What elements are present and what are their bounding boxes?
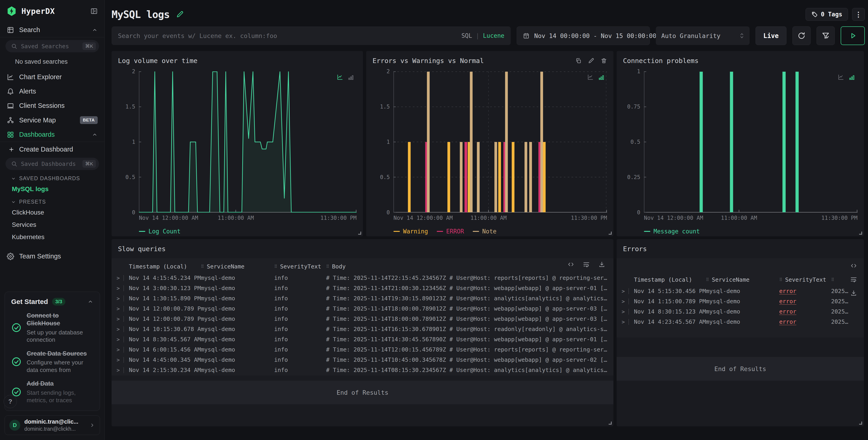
table-row[interactable]: >Nov 14 4:45:00.345 AMmysql-demoinfo# Ti… bbox=[112, 355, 613, 365]
live-button[interactable]: Live bbox=[755, 26, 786, 45]
chevron-up-icon[interactable] bbox=[87, 299, 93, 305]
sidebar-item-alerts[interactable]: Alerts bbox=[0, 84, 104, 99]
legend-item[interactable]: Warning bbox=[394, 228, 428, 235]
wrap-lines-icon[interactable] bbox=[583, 261, 590, 268]
saved-dashboards-input[interactable]: ⌘K bbox=[5, 158, 99, 170]
legend-item[interactable]: Note bbox=[473, 228, 497, 235]
table-row[interactable]: >Nov 14 12:00:00.789 PMmysql-demoinfo# T… bbox=[112, 314, 613, 324]
edit-title-icon[interactable] bbox=[176, 10, 184, 18]
expand-row-icon[interactable]: > bbox=[117, 347, 120, 352]
expand-row-icon[interactable]: > bbox=[117, 326, 120, 332]
duplicate-panel-icon[interactable] bbox=[575, 58, 582, 64]
filter-button[interactable] bbox=[816, 26, 835, 45]
sidebar-item-dashboards[interactable]: Dashboards bbox=[0, 127, 104, 142]
help-button[interactable]: ? bbox=[4, 395, 17, 408]
table-row[interactable]: >Nov 14 1:30:15.890 PMmysql-demoinfo# Ti… bbox=[112, 293, 613, 304]
preset-item-services[interactable]: Services bbox=[0, 218, 104, 231]
column-drag-handle-icon[interactable]: ⠿ bbox=[201, 264, 204, 269]
saved-searches-field[interactable] bbox=[21, 43, 79, 49]
edit-panel-icon[interactable] bbox=[588, 58, 594, 64]
table-row[interactable]: >Nov 14 2:15:30.234 AMmysql-demoinfo# Ti… bbox=[112, 365, 613, 375]
column-header[interactable]: Timestamp (Local) bbox=[129, 263, 201, 270]
run-query-button[interactable] bbox=[841, 26, 865, 45]
legend-item[interactable]: Message count bbox=[644, 228, 700, 235]
column-header[interactable]: ⠿ServiceName bbox=[706, 276, 779, 283]
bar-view-toggle[interactable] bbox=[849, 75, 855, 80]
refresh-button[interactable] bbox=[793, 26, 811, 45]
column-drag-handle-icon[interactable]: ⠿ bbox=[706, 277, 709, 282]
expand-row-icon[interactable]: > bbox=[117, 275, 120, 281]
expand-row-icon[interactable]: > bbox=[117, 357, 120, 363]
sidebar-item-search[interactable]: Search bbox=[0, 23, 104, 37]
delete-panel-icon[interactable] bbox=[601, 58, 607, 64]
sidebar-item-client-sessions[interactable]: Client Sessions bbox=[0, 99, 104, 113]
legend-item[interactable]: ERROR bbox=[437, 228, 464, 235]
expand-row-icon[interactable]: > bbox=[117, 337, 120, 342]
column-header[interactable]: Timestamp (Local) bbox=[634, 276, 706, 283]
expand-row-icon[interactable]: > bbox=[622, 299, 625, 304]
column-drag-handle-icon[interactable]: ⠿ bbox=[326, 264, 329, 269]
tags-button[interactable]: 0 Tags bbox=[806, 8, 848, 21]
resize-handle[interactable] bbox=[609, 232, 612, 235]
saved-dashboards-group[interactable]: SAVED DASHBOARDS bbox=[0, 172, 104, 183]
chevron-up-icon[interactable] bbox=[92, 132, 98, 138]
sql-toggle[interactable]: SQL bbox=[461, 32, 472, 39]
expand-row-icon[interactable]: > bbox=[622, 309, 625, 315]
table-row[interactable]: >Nov 14 1:15:00.789 PMmysql-demoerror202… bbox=[617, 296, 864, 306]
expand-row-icon[interactable]: > bbox=[622, 288, 625, 294]
expand-row-icon[interactable]: > bbox=[117, 367, 120, 373]
table-row[interactable]: >Nov 14 4:23:45.567 AMmysql-demoerror202… bbox=[617, 317, 864, 327]
get-started-step-sources[interactable]: Create Data Sources Configure where your… bbox=[11, 350, 93, 374]
event-search-box[interactable]: SQL | Lucene bbox=[112, 26, 511, 45]
user-menu[interactable]: D dominic.tran@clic... dominic.tran@clic… bbox=[5, 415, 100, 435]
column-drag-handle-icon[interactable]: ⠿ bbox=[831, 277, 834, 282]
view-source-icon[interactable] bbox=[567, 261, 574, 268]
column-drag-handle-icon[interactable]: ⠿ bbox=[274, 264, 277, 269]
bar-view-toggle[interactable] bbox=[348, 75, 354, 80]
plot-area[interactable] bbox=[139, 71, 356, 212]
column-header[interactable]: ⠿ bbox=[831, 277, 864, 282]
column-drag-handle-icon[interactable]: ⠿ bbox=[779, 277, 782, 282]
sidebar-item-service-map[interactable]: Service Map BETA bbox=[0, 113, 104, 127]
saved-dashboards-field[interactable] bbox=[21, 161, 79, 167]
table-row[interactable]: >Nov 14 5:15:30.456 PMmysql-demoerror202… bbox=[617, 286, 864, 296]
resize-handle[interactable] bbox=[609, 421, 612, 425]
column-header[interactable]: ⠿SeverityText bbox=[779, 276, 831, 283]
granularity-select[interactable]: Auto Granularity bbox=[656, 26, 750, 45]
table-row[interactable]: >Nov 14 4:15:45.234 PMmysql-demoinfo# Ti… bbox=[112, 273, 613, 283]
expand-row-icon[interactable]: > bbox=[117, 316, 120, 322]
table-row[interactable]: >Nov 14 10:15:30.678 AMmysql-demoinfo# T… bbox=[112, 324, 613, 334]
table-row[interactable]: >Nov 14 3:00:30.123 PMmysql-demoinfo# Ti… bbox=[112, 283, 613, 293]
column-header[interactable]: ⠿SeverityText bbox=[274, 263, 326, 270]
date-range-picker[interactable]: Nov 14 00:00:00 - Nov 15 00:00:00 bbox=[517, 26, 650, 45]
create-dashboard-button[interactable]: Create Dashboard bbox=[0, 142, 104, 155]
bar-view-toggle[interactable] bbox=[598, 75, 604, 80]
line-view-toggle[interactable] bbox=[837, 74, 844, 80]
expand-row-icon[interactable]: > bbox=[117, 306, 120, 312]
expand-row-icon[interactable]: > bbox=[117, 285, 120, 291]
get-started-step-connect[interactable]: Connect to ClickHouse Set up your databa… bbox=[11, 312, 93, 343]
chevron-up-icon[interactable] bbox=[92, 27, 98, 33]
line-view-toggle[interactable] bbox=[587, 74, 594, 80]
expand-row-icon[interactable]: > bbox=[117, 296, 120, 301]
legend-item[interactable]: Log Count bbox=[139, 228, 181, 235]
dashboard-item-mysql-logs[interactable]: MySQL logs bbox=[0, 183, 104, 195]
sidebar-collapse-icon[interactable] bbox=[90, 7, 98, 15]
get-started-step-add-data[interactable]: Add Data Start sending logs, metrics, or… bbox=[11, 380, 93, 404]
table-row[interactable]: >Nov 14 12:00:00.789 PMmysql-demoinfo# T… bbox=[112, 304, 613, 314]
preset-item-clickhouse[interactable]: ClickHouse bbox=[0, 206, 104, 218]
line-view-toggle[interactable] bbox=[337, 74, 343, 80]
presets-group[interactable]: PRESETS bbox=[0, 195, 104, 206]
plot-area[interactable] bbox=[394, 71, 607, 212]
resize-handle[interactable] bbox=[859, 421, 862, 425]
download-icon[interactable] bbox=[850, 290, 857, 297]
expand-row-icon[interactable]: > bbox=[622, 319, 625, 325]
event-search-input[interactable] bbox=[118, 32, 461, 39]
table-row[interactable]: >Nov 14 6:00:15.456 AMmysql-demoinfo# Ti… bbox=[112, 344, 613, 355]
resize-handle[interactable] bbox=[358, 232, 361, 235]
dashboard-menu-button[interactable]: ⋮ bbox=[852, 8, 865, 21]
plot-area[interactable] bbox=[644, 71, 858, 212]
column-header[interactable]: ⠿ServiceName bbox=[201, 263, 274, 270]
saved-searches-input[interactable]: ⌘K bbox=[5, 40, 99, 52]
wrap-lines-icon[interactable] bbox=[850, 276, 857, 283]
